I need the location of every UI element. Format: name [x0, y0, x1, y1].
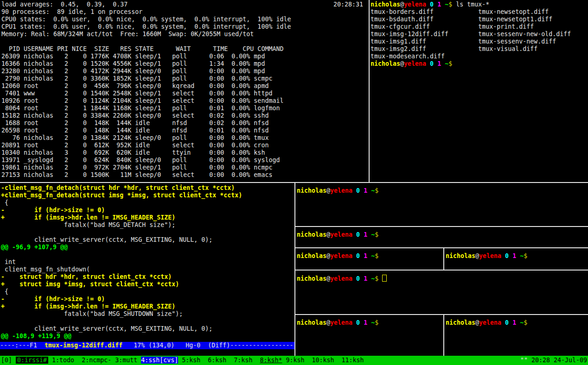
prompt-part: ~ — [367, 275, 375, 282]
diff-line: client_msg_fn_shutdown( — [1, 266, 294, 273]
emacs-mode-line: ----:---F1 tmux-imsg-12diff.diff 17% (13… — [0, 342, 294, 349]
prompt-part: $ — [375, 187, 378, 194]
shell-prompt: nicholas@yelena 0 1 ~$ — [297, 275, 378, 282]
prompt-part: 1 — [434, 60, 441, 67]
prompt-part: @ — [400, 60, 404, 67]
shell-prompt: nicholas@yelena 0 1 ~$ — [297, 231, 378, 238]
prompt-part: 0 — [426, 1, 434, 8]
prompt-part: ~ — [441, 60, 448, 67]
pane-editor-diff[interactable]: -client_msg_fn_detach(struct hdr *hdr, s… — [0, 183, 294, 356]
prompt-part: yelena — [479, 252, 501, 259]
top-clock: 20:28:31 — [333, 1, 363, 8]
pane-shell-4[interactable]: nicholas@yelena 0 1 ~$ — [444, 248, 588, 270]
prompt-part: nicholas — [297, 231, 326, 238]
process-row: 26309 nicholas 2 0 1776K 4708K sleep/1 p… — [1, 53, 369, 60]
diff-line: + if (imsg->hdr.len != IMSG_HEADER_SIZE) — [1, 214, 294, 221]
prompt-part: yelena — [330, 187, 352, 194]
text-line: Memory: Real: 68M/324M act/tot Free: 166… — [1, 31, 369, 38]
mode-line-segment: tmux-imsg-12diff.diff — [45, 342, 122, 349]
diff-line: fatalx("bad MSG_SHUTDOWN size"); — [1, 310, 294, 318]
pane-divider-h1[interactable] — [295, 226, 588, 227]
pane-shell-1[interactable]: nicholas@yelena 0 1 ~$ — [295, 183, 588, 226]
shell-prompt-line: nicholas@yelena 0 1 ~$ — [371, 60, 588, 68]
text-line: 90 processes: 89 idle, 1 on processor — [1, 8, 369, 16]
terminal-screen: 20:28:31 load averages: 0.45, 0.39, 0.37… — [0, 0, 588, 365]
prompt-part: $ — [448, 60, 452, 67]
status-window-segment[interactable]: 1:todo 2:ncmpc- 3:mutt — [48, 357, 141, 364]
pane-divider-v1[interactable] — [443, 248, 444, 270]
prompt-part: nicholas — [446, 319, 475, 326]
text-line: tmux-imsg-12diff.diff tmux-sessenv-new-o… — [371, 31, 588, 38]
status-window-segment[interactable]: 9:ksh 10:ksh 11:ksh — [282, 357, 364, 364]
command-text: ls tmux-* — [452, 1, 489, 8]
pane-shell-3[interactable]: nicholas@yelena 0 1 ~$ — [295, 248, 443, 270]
pane-title-indicator: "" — [520, 357, 528, 364]
process-row: 23280 nicholas 2 0 4172K 2944K sleep/0 p… — [1, 68, 369, 75]
prompt-part: ~ — [367, 231, 375, 238]
pane-shell-ls[interactable]: nicholas@yelena 0 1 ~$ ls tmux-* tmux-bo… — [370, 0, 588, 182]
text-line: tmux-borders.diff tmux-newsetopt.diff — [371, 8, 588, 16]
text-line: tmux-cfgcur.diff tmux-print.diff — [371, 23, 588, 31]
process-row: 20891 root 2 0 612K 952K idle select 0:0… — [1, 142, 369, 149]
pane-top-processes[interactable]: 20:28:31 load averages: 0.45, 0.39, 0.37… — [0, 0, 369, 182]
process-row: 10926 root 2 0 1124K 2104K sleep/1 selec… — [1, 97, 369, 105]
shell-prompt-line: nicholas@yelena 0 1 ~$ ls tmux-* — [371, 1, 588, 8]
diff-line: - struct hdr *hdr, struct client_ctx *cc… — [1, 273, 294, 281]
diff-line: - if (hdr->size != 0) — [1, 207, 294, 214]
diff-line: { — [1, 288, 294, 296]
diff-line: @@ -108,9 +119,9 @@ — [1, 333, 294, 340]
process-row: 2790 nicholas 2 0 3360K 1852K sleep/1 po… — [1, 75, 369, 82]
prompt-part: $ — [375, 319, 378, 326]
shell-prompt: nicholas@yelena 0 1 ~$ — [371, 1, 452, 8]
prompt-part: nicholas — [297, 275, 326, 282]
prompt-part: @ — [326, 319, 330, 326]
pane-divider-h3[interactable] — [295, 270, 588, 271]
prompt-part: 0 — [501, 252, 509, 259]
diff-line: + struct imsg *imsg, struct client_ctx *… — [1, 281, 294, 288]
process-row: 26598 root 2 0 148K 144K idle nfsd 0:01 … — [1, 127, 369, 134]
prompt-part: ~ — [441, 1, 448, 8]
prompt-part: nicholas — [297, 187, 326, 194]
process-row: 8064 root 2 1 1844K 1168K sleep/1 poll 0… — [1, 105, 369, 112]
diff-line: client_write_server(cctx, MSG_EXITING, N… — [1, 236, 294, 244]
prompt-part: 0 — [352, 252, 360, 259]
prompt-part: ~ — [367, 319, 375, 326]
pane-shell-5[interactable]: nicholas@yelena 0 1 ~$ — [295, 315, 443, 356]
top-summary: load averages: 0.45, 0.39, 0.3790 proces… — [1, 1, 369, 38]
process-row: 12060 root 2 0 456K 796K sleep/0 kqread … — [1, 82, 369, 90]
diff-line: - if (hdr->size != 0) — [1, 296, 294, 303]
pane-divider-horizontal-main[interactable] — [0, 182, 588, 183]
pane-shell-6[interactable]: nicholas@yelena 0 1 ~$ — [444, 315, 588, 356]
prompt-part: 1 — [509, 252, 516, 259]
status-window-segment[interactable]: 8:ksh* — [260, 357, 282, 364]
pane-divider-v2[interactable] — [443, 315, 444, 356]
prompt-part: @ — [326, 231, 330, 238]
process-row: 19861 nicholas 2 0 972K 2704K sleep/1 po… — [1, 164, 369, 171]
prompt-part: ~ — [516, 319, 524, 326]
status-window-segment[interactable]: 4:ssh[cvs] — [141, 357, 178, 364]
prompt-part: yelena — [330, 231, 352, 238]
prompt-part: yelena — [479, 319, 501, 326]
window-list: [0] 0:irssi# 1:todo 2:ncmpc- 3:mutt 4:ss… — [1, 356, 364, 365]
prompt-part: 1 — [360, 319, 367, 326]
pane-divider-vertical-top[interactable] — [369, 0, 370, 182]
prompt-part: @ — [475, 252, 479, 259]
pane-divider-h2[interactable] — [295, 247, 588, 248]
prompt-part: $ — [524, 319, 527, 326]
diff-line — [1, 229, 294, 236]
text-line: tmux-imsg1.diff tmux-sessenv-new.diff — [371, 38, 588, 45]
prompt-part: nicholas — [371, 1, 400, 8]
status-window-segment[interactable]: 0:irssi# — [16, 357, 48, 364]
status-window-segment[interactable]: 5:ksh 6:ksh 7:ksh — [178, 357, 260, 364]
status-window-segment[interactable]: [0] — [1, 357, 16, 364]
prompt-part: 1 — [509, 319, 516, 326]
pane-shell-2[interactable]: nicholas@yelena 0 1 ~$ — [295, 227, 588, 247]
process-table: 26309 nicholas 2 0 1776K 4708K sleep/1 p… — [1, 53, 369, 179]
prompt-part: @ — [400, 1, 404, 8]
prompt-part: nicholas — [297, 319, 326, 326]
pane-shell-active[interactable]: nicholas@yelena 0 1 ~$ — [295, 271, 588, 314]
pane-divider-h4[interactable] — [295, 314, 588, 315]
prompt-part: 1 — [360, 187, 367, 194]
prompt-part: 0 — [352, 275, 360, 282]
prompt-part: @ — [326, 252, 330, 259]
